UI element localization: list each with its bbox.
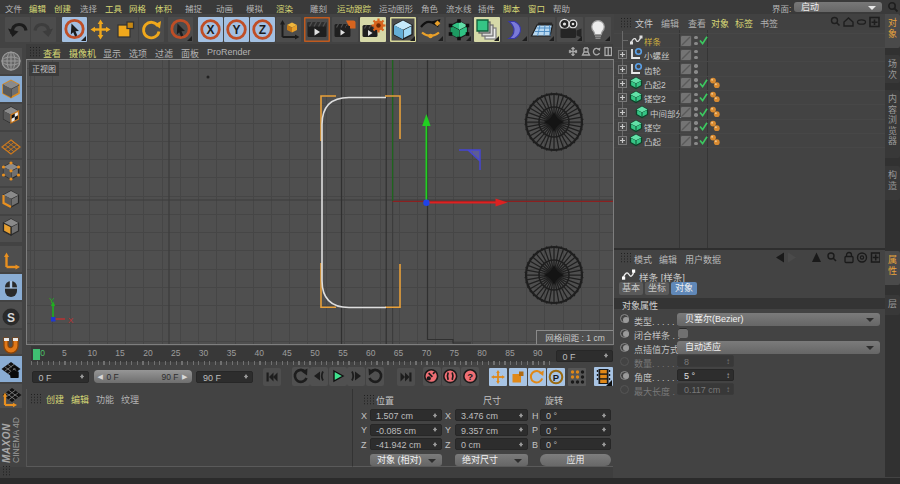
svg-text:Y: Y	[49, 296, 55, 305]
svg-text:X: X	[207, 23, 215, 37]
svg-text:P: P	[553, 372, 560, 383]
svg-text:?: ?	[467, 371, 473, 382]
svg-text:Y: Y	[232, 23, 240, 37]
svg-text:S: S	[7, 311, 15, 325]
svg-text:Z: Z	[259, 23, 266, 37]
svg-text:X: X	[68, 316, 74, 325]
